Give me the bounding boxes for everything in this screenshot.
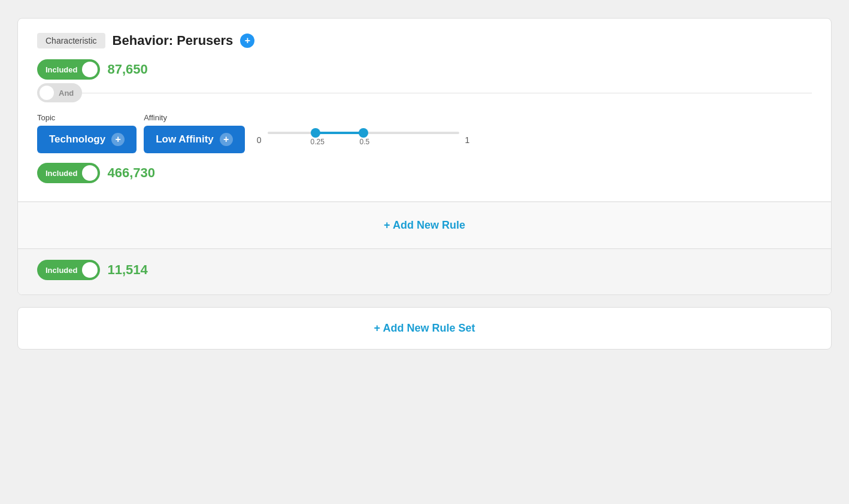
first-included-row: Included 87,650 [37, 59, 812, 80]
slider-thumb-right[interactable] [359, 128, 368, 138]
topic-label: Topic [37, 113, 137, 122]
third-included-count: 11,514 [107, 262, 147, 278]
characteristic-row: Characteristic Behavior: Perusers + [37, 33, 812, 48]
add-new-rule-button[interactable]: + Add New Rule [372, 214, 477, 236]
slider-left-value: 0.25 [311, 138, 325, 146]
slider-fill [316, 132, 363, 134]
and-toggle-label: And [59, 89, 74, 98]
characteristic-add-button[interactable]: + [240, 34, 254, 48]
add-rule-set-card: + Add New Rule Set [17, 307, 832, 350]
slider-track [268, 132, 459, 134]
slider-min-label: 0 [257, 135, 262, 145]
affinity-button[interactable]: Low Affinity + [144, 126, 245, 153]
topic-add-icon: + [111, 133, 125, 146]
second-included-row: Included 466,730 [37, 163, 812, 183]
first-included-toggle-circle [82, 62, 98, 77]
third-included-row: Included 11,514 [37, 260, 812, 280]
third-included-toggle-circle [82, 262, 98, 278]
slider-right-value: 0.5 [360, 138, 370, 146]
add-rule-section: + Add New Rule [18, 202, 831, 248]
rule-set-card: Characteristic Behavior: Perusers + Incl… [17, 18, 832, 295]
add-new-rule-set-button[interactable]: + Add New Rule Set [374, 322, 475, 335]
slider-labels: 0.25 0.5 [268, 138, 459, 148]
affinity-label: Affinity [144, 113, 245, 122]
second-included-label: Included [46, 169, 77, 178]
affinity-group: Affinity Low Affinity + [144, 113, 245, 153]
second-included-count: 466,730 [107, 165, 155, 181]
affinity-button-label: Low Affinity [156, 133, 214, 145]
third-included-label: Included [46, 266, 77, 275]
characteristic-badge: Characteristic [37, 33, 105, 48]
first-included-label: Included [46, 65, 77, 74]
second-included-toggle[interactable]: Included [37, 163, 100, 183]
and-divider: And [37, 83, 812, 102]
third-included-toggle[interactable]: Included [37, 260, 100, 280]
slider-thumb-left[interactable] [311, 128, 320, 138]
and-toggle[interactable]: And [37, 83, 82, 102]
slider-container: 0.25 0.5 [268, 132, 459, 148]
slider-max-label: 1 [465, 135, 470, 145]
first-included-toggle[interactable]: Included [37, 59, 100, 80]
slider-group: 0 0.25 0.5 1 [252, 132, 470, 148]
first-included-count: 87,650 [107, 62, 147, 77]
third-included-section: Included 11,514 [18, 248, 831, 294]
and-toggle-circle [40, 86, 54, 100]
topic-button[interactable]: Technology + [37, 126, 137, 153]
affinity-add-icon: + [220, 133, 233, 146]
and-divider-line [37, 93, 812, 93]
slider-area: 0 0.25 0.5 1 [257, 132, 470, 148]
topic-button-label: Technology [49, 133, 105, 145]
selectors-row: Topic Technology + Affinity Low Affinity… [37, 113, 812, 153]
second-included-toggle-circle [82, 165, 98, 181]
characteristic-section: Characteristic Behavior: Perusers + Incl… [18, 19, 831, 202]
characteristic-value: Behavior: Perusers [113, 33, 234, 48]
topic-group: Topic Technology + [37, 113, 137, 153]
page-container: Characteristic Behavior: Perusers + Incl… [17, 18, 832, 350]
